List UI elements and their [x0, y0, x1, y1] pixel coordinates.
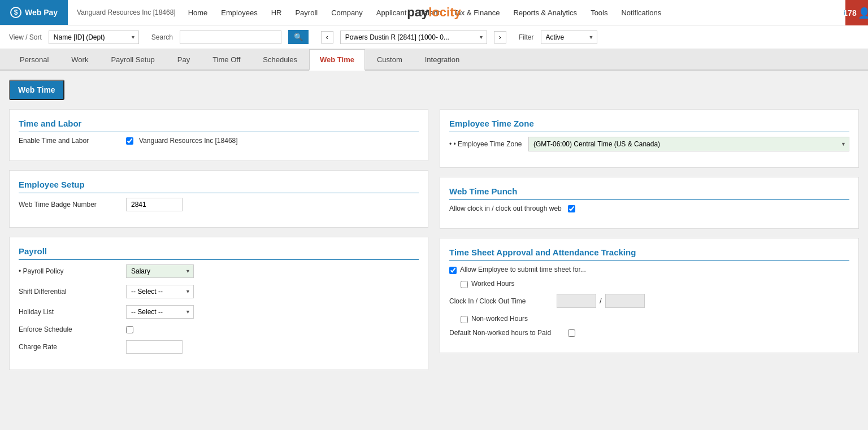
tab-integration[interactable]: Integration [414, 49, 470, 70]
filter-label: Filter [519, 33, 534, 41]
dollar-icon: $ [10, 7, 21, 18]
next-employee-button[interactable]: › [494, 31, 506, 44]
nav-tools[interactable]: Tools [584, 0, 614, 25]
payroll-title: Payroll [19, 246, 419, 260]
view-sort-select[interactable]: Name [ID] (Dept) [49, 31, 139, 44]
allow-submit-checkbox[interactable] [449, 267, 457, 274]
holiday-select-wrapper: -- Select -- [126, 305, 194, 319]
shift-differential-select[interactable]: -- Select -- [126, 285, 194, 298]
web-time-punch-title: Web Time Punch [449, 186, 849, 200]
search-button[interactable]: 🔍 [288, 30, 309, 44]
enable-company-value: Vanguard Resources Inc [18468] [139, 137, 238, 145]
top-bar: $ Web Pay Vanguard Resources Inc [18468]… [0, 0, 868, 25]
timesheet-approval-panel: Time Sheet Approval and Attendance Track… [440, 238, 859, 353]
search-label: Search [151, 33, 173, 41]
shift-differential-label: Shift Differential [19, 288, 120, 296]
worked-hours-label: Worked Hours [471, 280, 514, 288]
app-logo: paylocity [407, 5, 461, 20]
holiday-list-label: Holiday List [19, 308, 120, 316]
shift-select-wrapper: -- Select -- [126, 285, 194, 298]
company-name: Vanguard Resources Inc [18468] [68, 8, 176, 16]
badge-number-label: Web Time Badge Number [19, 201, 120, 209]
payroll-policy-select[interactable]: Salary [126, 264, 194, 278]
clock-time-inputs: / [557, 294, 645, 308]
default-non-worked-checkbox[interactable] [568, 329, 575, 337]
clock-web-label: Allow clock in / clock out through web [449, 205, 562, 212]
nav-employees[interactable]: Employees [214, 0, 264, 25]
tab-personal[interactable]: Personal [9, 49, 59, 70]
employee-setup-panel: Employee Setup Web Time Badge Number 284… [9, 170, 428, 228]
tab-payroll-setup[interactable]: Payroll Setup [100, 49, 165, 70]
timezone-select-wrapper: (GMT-06:00) Central Time (US & Canada) [528, 137, 849, 151]
non-worked-checkbox[interactable] [461, 316, 468, 323]
worked-hours-checkbox[interactable] [461, 281, 468, 288]
view-sort-label: View / Sort [9, 33, 42, 41]
user-icon: 👤 [858, 7, 868, 19]
tab-bar: Personal Work Payroll Setup Pay Time Off… [0, 49, 868, 71]
tab-work[interactable]: Work [60, 49, 99, 70]
payroll-policy-row: Payroll Policy Salary [19, 264, 419, 278]
web-time-button[interactable]: Web Time [9, 80, 64, 100]
tab-time-off[interactable]: Time Off [202, 49, 251, 70]
clock-time-label: Clock In / Clock Out Time [449, 297, 551, 305]
default-non-worked-label: Default Non-worked hours to Paid [449, 329, 562, 337]
allow-submit-row: Allow Employee to submit time sheet for.… [449, 266, 849, 274]
enable-time-labor-checkbox[interactable] [126, 137, 133, 145]
enforce-schedule-checkbox[interactable] [126, 326, 133, 333]
charge-rate-row: Charge Rate 0.0000 [19, 340, 419, 354]
timesheet-approval-title: Time Sheet Approval and Attendance Track… [449, 247, 849, 261]
enable-time-labor-label: Enable Time and Labor [19, 137, 120, 145]
nav-home[interactable]: Home [181, 0, 215, 25]
worked-hours-row: Worked Hours [461, 280, 849, 288]
two-col-layout: Time and Labor Enable Time and Labor Van… [9, 109, 859, 370]
left-column: Time and Labor Enable Time and Labor Van… [9, 109, 428, 370]
enforce-schedule-row: Enforce Schedule [19, 325, 419, 333]
charge-rate-input[interactable]: 0.0000 [126, 340, 183, 354]
nav-company[interactable]: Company [324, 0, 370, 25]
enforce-schedule-label: Enforce Schedule [19, 325, 120, 333]
clock-web-row: Allow clock in / clock out through web [449, 205, 849, 212]
employee-select[interactable]: Powers Dustin R [2841] (1000- 0... [340, 31, 487, 44]
tab-web-time[interactable]: Web Time [309, 49, 365, 71]
clock-web-checkbox[interactable] [568, 205, 575, 212]
tab-schedules[interactable]: Schedules [252, 49, 308, 70]
payroll-policy-label: Payroll Policy [19, 267, 120, 275]
web-time-punch-panel: Web Time Punch Allow clock in / clock ou… [440, 177, 859, 229]
clock-time-row: Clock In / Clock Out Time / [449, 294, 849, 308]
nav-notifications[interactable]: Notifications [614, 0, 668, 25]
toolbar-row: View / Sort Name [ID] (Dept) Search 🔍 ‹ … [0, 25, 868, 49]
nav-reports-analytics[interactable]: Reports & Analytics [506, 0, 584, 25]
shift-differential-row: Shift Differential -- Select -- [19, 285, 419, 298]
badge-number-input[interactable]: 2841 [126, 198, 183, 211]
allow-submit-label: Allow Employee to submit time sheet for.… [460, 266, 586, 273]
badge-number-row: Web Time Badge Number 2841 [19, 198, 419, 211]
prev-employee-button[interactable]: ‹ [321, 31, 333, 44]
clock-time-separator: / [600, 297, 602, 305]
clock-in-input[interactable] [557, 294, 596, 308]
view-sort-wrapper: Name [ID] (Dept) [49, 31, 139, 44]
web-pay-label: Web Pay [25, 8, 58, 17]
default-non-worked-row: Default Non-worked hours to Paid [449, 329, 849, 337]
nav-payroll[interactable]: Payroll [288, 0, 324, 25]
web-pay-button[interactable]: $ Web Pay [0, 0, 68, 25]
holiday-list-select[interactable]: -- Select -- [126, 305, 194, 319]
non-worked-row: Non-worked Hours [461, 315, 849, 323]
payroll-policy-wrapper: Salary [126, 264, 194, 278]
employee-timezone-title: Employee Time Zone [449, 119, 849, 132]
enable-time-labor-row: Enable Time and Labor Vanguard Resources… [19, 137, 419, 145]
timezone-select[interactable]: (GMT-06:00) Central Time (US & Canada) [528, 137, 849, 151]
search-icon: 🔍 [294, 33, 303, 41]
clock-out-input[interactable] [605, 294, 645, 308]
time-and-labor-panel: Time and Labor Enable Time and Labor Van… [9, 109, 428, 161]
employee-select-wrapper: Powers Dustin R [2841] (1000- 0... [340, 31, 487, 44]
filter-wrapper: Active [541, 31, 597, 44]
search-input[interactable] [180, 31, 281, 44]
filter-select[interactable]: Active [541, 31, 597, 44]
employee-timezone-panel: Employee Time Zone • Employee Time Zone … [440, 109, 859, 168]
non-worked-label: Non-worked Hours [471, 315, 528, 323]
holiday-list-row: Holiday List -- Select -- [19, 305, 419, 319]
tab-pay[interactable]: Pay [167, 49, 201, 70]
nav-hr[interactable]: HR [264, 0, 289, 25]
notification-badge[interactable]: 178 👤 [845, 0, 868, 25]
tab-custom[interactable]: Custom [366, 49, 413, 70]
